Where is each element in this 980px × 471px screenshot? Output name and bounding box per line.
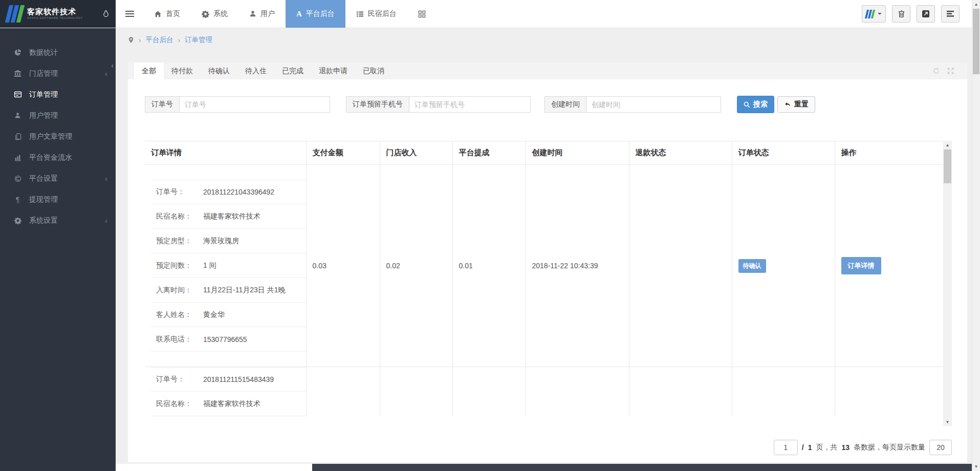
detail-row: 订单号：201811211515483439 bbox=[151, 367, 306, 392]
tab-pending-payment[interactable]: 待付款 bbox=[164, 62, 201, 79]
created-time-input[interactable] bbox=[586, 96, 721, 113]
nav-item-label: 平台后台 bbox=[306, 9, 335, 18]
sidebar-item-user-mgmt[interactable]: 用户管理 bbox=[0, 105, 116, 126]
orders-table: 订单详情 支付金额 门店收入 平台提成 创建时间 退款状态 订单状态 操作 bbox=[145, 141, 943, 416]
actions-cell: 订单详情 bbox=[835, 165, 943, 367]
nav-item-homestay-admin[interactable]: 民宿后台 bbox=[345, 0, 407, 28]
circle-c-icon bbox=[13, 175, 22, 182]
page-number-input[interactable] bbox=[774, 440, 798, 455]
hamburger-icon bbox=[125, 11, 134, 12]
shop-income-cell: 0.02 bbox=[380, 165, 452, 367]
scroll-up-icon[interactable]: ▲ bbox=[972, 1, 980, 8]
fullscreen-icon[interactable] bbox=[947, 68, 954, 74]
pay-amount-cell: 0.03 bbox=[306, 165, 380, 367]
caret-down-icon bbox=[878, 13, 882, 17]
reset-button[interactable]: 重置 bbox=[777, 96, 815, 113]
table-header-row: 订单详情 支付金额 门店收入 平台提成 创建时间 退款状态 订单状态 操作 bbox=[145, 141, 943, 165]
detail-row: 订单号：201811221043396492 bbox=[151, 180, 306, 204]
pages-word: 页，共 bbox=[816, 443, 837, 452]
bar-chart-icon bbox=[13, 154, 22, 161]
sidebar-item-system-settings[interactable]: 系统设置 ‹ bbox=[0, 210, 116, 231]
scrollbar-thumb[interactable] bbox=[973, 9, 979, 74]
search-icon bbox=[744, 101, 750, 108]
sidebar-item-store-mgmt[interactable]: 门店管理 ‹ bbox=[0, 63, 116, 84]
refund-status-cell bbox=[629, 165, 732, 367]
order-no-input[interactable] bbox=[179, 96, 330, 113]
scroll-up-icon[interactable]: ▲ bbox=[943, 141, 952, 149]
nav-item-label: 民宿后台 bbox=[368, 9, 397, 18]
brand-logo[interactable]: 客家软件技术 HAKKA SOFTWARE TECHNOLOGY bbox=[0, 0, 116, 28]
total-pages: 1 bbox=[808, 443, 812, 452]
table-scrollbar[interactable]: ▲ ▼ bbox=[943, 141, 952, 426]
nav-item-apps[interactable] bbox=[407, 0, 437, 28]
order-number: 201811221043396492 bbox=[203, 188, 274, 196]
breadcrumb-platform-admin[interactable]: 平台后台 bbox=[146, 35, 173, 45]
trash-button[interactable] bbox=[892, 5, 910, 23]
footer-strip-dark bbox=[312, 464, 980, 471]
total-count: 13 bbox=[841, 443, 850, 452]
phone-filter: 订单预留手机号 bbox=[346, 96, 531, 113]
nav-item-user[interactable]: 用户 bbox=[238, 0, 286, 28]
status-badge: 待确认 bbox=[738, 259, 766, 273]
brand-logo-icon bbox=[7, 5, 23, 23]
order-status-tabs: 全部 待付款 待确认 待入住 已完成 退款申请 已取消 bbox=[128, 62, 967, 79]
nav-item-platform-admin[interactable]: A 平台后台 bbox=[286, 0, 345, 28]
phone-input[interactable] bbox=[409, 96, 531, 113]
sidebar-item-platform-settings[interactable]: 平台设置 ‹ bbox=[0, 168, 116, 189]
breadcrumb: › 平台后台 › 订单管理 bbox=[116, 28, 980, 45]
page-separator: / bbox=[802, 443, 804, 452]
menu-toggle-button[interactable] bbox=[116, 0, 143, 28]
search-button[interactable]: 搜索 bbox=[737, 96, 774, 113]
sidebar-item-user-article-mgmt[interactable]: 用户文章管理 bbox=[0, 126, 116, 147]
nav-item-label: 首页 bbox=[166, 9, 180, 18]
order-details-cell: 订单号：201811211515483439 民宿名称：福建客家软件技术 bbox=[145, 367, 306, 417]
external-link-button[interactable] bbox=[917, 5, 935, 23]
breadcrumb-order-mgmt[interactable]: 订单管理 bbox=[185, 35, 212, 45]
chevron-left-icon: ‹ bbox=[105, 174, 107, 183]
sidebar-item-platform-funds[interactable]: 平台资金流水 bbox=[0, 147, 116, 168]
menu-lines-icon bbox=[946, 10, 954, 17]
tab-pending-checkin[interactable]: 待入住 bbox=[237, 62, 274, 79]
user-icon bbox=[249, 10, 256, 17]
nav-item-system[interactable]: 系统 bbox=[191, 0, 238, 28]
detail-row: 预定间数：1 间 bbox=[151, 253, 306, 278]
brand-mini-icon bbox=[866, 10, 874, 18]
scroll-down-icon[interactable]: ▼ bbox=[943, 418, 952, 426]
sidebar-item-label: 平台设置 bbox=[29, 174, 58, 183]
tab-pending-confirm[interactable]: 待确认 bbox=[201, 62, 237, 79]
count-word: 条数据，每页显示数量 bbox=[854, 443, 925, 452]
detail-row: 联系电话：15307796655 bbox=[151, 327, 306, 352]
tab-refund-request[interactable]: 退款申请 bbox=[311, 62, 355, 79]
top-navbar: 客家软件技术 HAKKA SOFTWARE TECHNOLOGY 首页 系统 用… bbox=[0, 0, 980, 28]
sidebar-item-data-stats[interactable]: 数据统计 bbox=[0, 42, 116, 63]
water-drop-icon bbox=[102, 9, 110, 18]
page-size-input[interactable] bbox=[929, 440, 952, 455]
tab-all[interactable]: 全部 bbox=[134, 62, 164, 79]
breadcrumb-separator: › bbox=[139, 36, 141, 44]
log-menu-button[interactable] bbox=[941, 5, 960, 23]
guest-name: 黄金华 bbox=[203, 310, 225, 319]
sidebar-collapse-handle[interactable]: ‹ bbox=[111, 61, 114, 70]
pilcrow-icon: ¶ bbox=[13, 196, 22, 203]
sidebar-item-withdraw-mgmt[interactable]: ¶ 提现管理 bbox=[0, 189, 116, 210]
sidebar-item-order-mgmt[interactable]: 订单管理 bbox=[0, 84, 116, 105]
nav-item-home[interactable]: 首页 bbox=[143, 0, 191, 28]
order-details-cell: 订单号：201811221043396492 民宿名称：福建客家软件技术 预定房… bbox=[145, 165, 306, 367]
sidebar-item-label: 用户管理 bbox=[29, 111, 58, 120]
sidebar-item-label: 平台资金流水 bbox=[29, 153, 72, 162]
gear-icon bbox=[202, 10, 209, 18]
page-scrollbar[interactable]: ▲ ▼ bbox=[972, 0, 980, 471]
user-icon bbox=[13, 112, 22, 119]
sidebar-item-label: 数据统计 bbox=[29, 48, 58, 57]
room-type: 海景玫瑰房 bbox=[203, 237, 239, 246]
refresh-icon[interactable] bbox=[933, 68, 940, 74]
theme-switch-button[interactable] bbox=[862, 5, 886, 23]
scrollbar-thumb[interactable] bbox=[944, 149, 951, 183]
scroll-down-icon[interactable]: ▼ bbox=[972, 463, 980, 470]
tab-cancelled[interactable]: 已取消 bbox=[355, 62, 392, 79]
order-detail-button[interactable]: 订单详情 bbox=[841, 257, 881, 274]
footer-strip-light bbox=[116, 464, 312, 471]
phone-label: 订单预留手机号 bbox=[346, 96, 409, 113]
tab-completed[interactable]: 已完成 bbox=[274, 62, 311, 79]
created-time-filter: 创建时间 bbox=[545, 96, 721, 113]
